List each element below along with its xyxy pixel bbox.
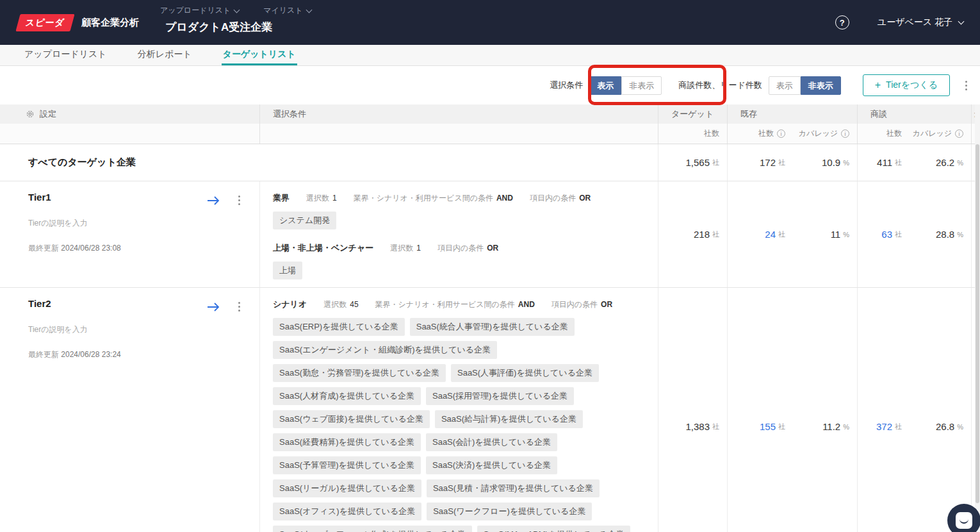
- condition-tag: SaaS(給与計算)を提供している企業: [435, 410, 583, 428]
- tier2-existing-coverage: 11.2%: [793, 288, 857, 532]
- coverage-label: カバレッジ: [799, 128, 838, 139]
- total-target-count: 1,565社: [658, 144, 727, 181]
- tier1-condition-group1-header: 業界 選択数 1 業界・シナリオ・利用サービス間の条件 AND 項目内の条件 O…: [273, 192, 658, 204]
- tier1-existing-coverage: 11%: [793, 181, 857, 287]
- deals-toggle-label: 商談件数、リード件数: [678, 79, 762, 91]
- user-menu[interactable]: ユーザベース 花子: [878, 17, 963, 28]
- create-tier-button-label: Tierをつくる: [886, 79, 938, 91]
- existing-column-header: 既存: [727, 104, 857, 124]
- existing-coverage-subheader: カバレッジ i: [793, 124, 857, 144]
- tier2-name: Tier2: [28, 298, 51, 309]
- tier2-target-count: 1,383社: [658, 288, 727, 532]
- brand-logo[interactable]: スピーダ 顧客企業分析: [18, 14, 139, 31]
- tier2-deals-count-link[interactable]: 372社: [857, 288, 910, 532]
- target-column-header: ターゲット: [658, 104, 727, 124]
- all-targets-label: すべてのターゲット企業: [0, 144, 658, 181]
- header-right: ? ユーザベース 花子: [835, 0, 963, 45]
- app-name: 顧客企業分析: [81, 17, 139, 29]
- companies-label: 社数: [886, 128, 902, 139]
- tier1-description-placeholder[interactable]: Tierの説明を入力: [28, 218, 244, 229]
- tier2-info-cell: Tier2 Tierの説明を入力 最終更新 2024/06/28 23:24: [0, 288, 259, 532]
- coverage-label: カバレッジ: [913, 128, 952, 139]
- condition-tag: SaaS(人事評価)を提供している企業: [451, 364, 599, 382]
- tier1-deals-count-link[interactable]: 63社: [857, 181, 910, 287]
- tier2-open-arrow-icon[interactable]: [206, 302, 220, 312]
- condition-tag: SaaS(会計)を提供している企業: [426, 433, 557, 451]
- condition-tag: SaaS(ウェブ・フォーム作成)を提供している企業: [273, 526, 472, 532]
- deals-companies-subheader: 社数: [857, 124, 910, 144]
- plus-icon: +: [875, 81, 881, 90]
- help-icon[interactable]: ?: [835, 15, 849, 29]
- condition-tag: SaaS(統合人事管理)を提供している企業: [410, 318, 575, 336]
- vertical-scrollbar[interactable]: [975, 104, 980, 532]
- condition-tag: SaaS(オフィス)を提供している企業: [273, 503, 421, 520]
- condition-tag: SaaS(見積・請求管理)を提供している企業: [427, 479, 600, 497]
- upload-list-dropdown-label: アップロードリスト: [160, 5, 231, 16]
- tier2-last-updated: 最終更新 2024/06/28 23:24: [28, 349, 244, 360]
- chat-widget-button[interactable]: [947, 504, 980, 532]
- tier1-group2-tags: 上場: [273, 262, 657, 279]
- settings-header[interactable]: 設定: [0, 104, 259, 124]
- deals-column-header: 商談: [857, 104, 971, 124]
- conditions-column-header: 選択条件: [259, 104, 658, 124]
- chevron-down-icon: [958, 19, 965, 25]
- upload-list-dropdown[interactable]: アップロードリスト: [160, 5, 239, 16]
- tab-upload-list[interactable]: アップロードリスト: [23, 45, 108, 65]
- total-existing-coverage: 10.9%: [793, 144, 857, 181]
- tier2-description-placeholder[interactable]: Tierの説明を入力: [28, 324, 244, 335]
- tier1-group1-tags: システム開発: [273, 212, 657, 229]
- tier1-kebab-menu-icon[interactable]: [234, 192, 244, 209]
- condition-tag: SaaS(ウェブ面接)を提供している企業: [273, 410, 430, 428]
- my-list-dropdown-label: マイリスト: [263, 5, 302, 16]
- user-name: ユーザベース 花子: [878, 17, 952, 28]
- deals-hide-button[interactable]: 非表示: [801, 76, 841, 95]
- conditions-toggle-label: 選択条件: [550, 79, 583, 91]
- header-breadcrumb-nav: アップロードリスト マイリスト: [160, 5, 311, 16]
- chat-icon: [956, 512, 972, 529]
- tier1-last-updated: 最終更新 2024/06/28 23:08: [28, 243, 244, 254]
- gear-icon: [26, 110, 35, 119]
- tab-target-list[interactable]: ターゲットリスト: [222, 45, 297, 65]
- tier2-existing-count-link[interactable]: 155社: [727, 288, 793, 532]
- table-header-groups: 設定 選択条件 ターゲット 既存 商談 最: [0, 104, 980, 124]
- condition-tag: 上場: [273, 262, 302, 279]
- target-companies-subheader: 社数: [658, 124, 727, 144]
- app-header: スピーダ 顧客企業分析 アップロードリスト マイリスト プロダクトA受注企業 ?…: [0, 0, 980, 45]
- condition-tag: SaaS(経費精算)を提供している企業: [273, 433, 421, 451]
- my-list-dropdown[interactable]: マイリスト: [263, 5, 311, 16]
- table-header-subcolumns: 社数 社数 i カバレッジ i 社数 カバレッジ i: [0, 124, 980, 144]
- table-row-all-targets: すべてのターゲット企業 1,565社 172社 10.9% 411社 26.2%: [0, 144, 980, 181]
- condition-tag: SaaS(エンゲージメント・組織診断)を提供している企業: [273, 341, 497, 359]
- toolbar-kebab-menu-icon[interactable]: [961, 77, 971, 94]
- info-icon[interactable]: i: [777, 129, 785, 138]
- tab-analysis-report[interactable]: 分析レポート: [136, 45, 193, 65]
- page-title: プロダクトA受注企業: [165, 20, 311, 35]
- condition-tag: SaaS(ERP)を提供している企業: [273, 318, 405, 336]
- info-icon[interactable]: i: [841, 129, 849, 138]
- info-icon[interactable]: i: [955, 129, 963, 138]
- tier1-existing-count-link[interactable]: 24社: [727, 181, 793, 287]
- deals-show-button[interactable]: 表示: [769, 76, 801, 95]
- scrollbar-thumb[interactable]: [976, 144, 979, 503]
- tier1-name: Tier1: [28, 192, 51, 203]
- table-row-tier2: Tier2 Tierの説明を入力 最終更新 2024/06/28 23:24 シ…: [0, 288, 980, 532]
- tier1-deals-coverage: 28.8%: [910, 181, 971, 287]
- create-tier-button[interactable]: + Tierをつくる: [863, 74, 950, 96]
- total-existing-count: 172社: [727, 144, 793, 181]
- chevron-down-icon: [306, 6, 312, 13]
- tier2-conditions-cell: シナリオ 選択数 45 業界・シナリオ・利用サービス間の条件 AND 項目内の条…: [259, 288, 658, 532]
- existing-companies-subheader: 社数 i: [727, 124, 793, 144]
- tier1-open-arrow-icon[interactable]: [206, 195, 220, 206]
- settings-header-label: 設定: [40, 108, 56, 120]
- tier2-kebab-menu-icon[interactable]: [234, 298, 244, 315]
- speeda-logo-badge: スピーダ: [15, 14, 74, 31]
- condition-tag: SaaS(MA・ABM)を提供している企業: [477, 526, 631, 532]
- tier1-conditions-cell: 業界 選択数 1 業界・シナリオ・利用サービス間の条件 AND 項目内の条件 O…: [259, 181, 658, 287]
- conditions-hide-button[interactable]: 非表示: [621, 76, 662, 95]
- app-window: スピーダ 顧客企業分析 アップロードリスト マイリスト プロダクトA受注企業 ?…: [0, 0, 980, 532]
- condition-tag: SaaS(人材育成)を提供している企業: [273, 387, 421, 405]
- conditions-show-button[interactable]: 表示: [589, 76, 621, 95]
- companies-label: 社数: [704, 128, 719, 139]
- tier2-scenario-tags: SaaS(ERP)を提供している企業 SaaS(統合人事管理)を提供している企業…: [273, 318, 657, 532]
- total-deals-count: 411社: [857, 144, 910, 181]
